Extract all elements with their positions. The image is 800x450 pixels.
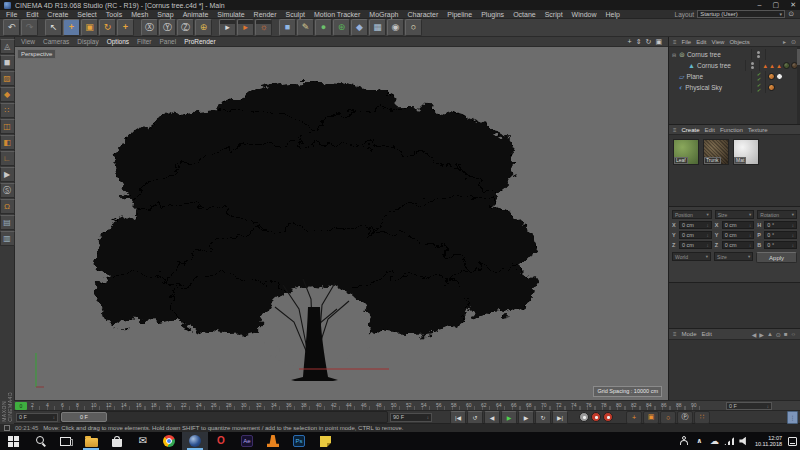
cycle-backward-button[interactable]: ↺ [467, 411, 483, 424]
gear-icon[interactable]: ☼ [791, 331, 797, 338]
render-settings-button[interactable]: ☼ [255, 19, 272, 36]
add-mograph-effector-button[interactable]: ⊛ [333, 19, 350, 36]
undo-button[interactable]: ↶ [3, 19, 20, 36]
stepper-icon[interactable]: ↕ [792, 233, 794, 238]
workplane-lock-button[interactable]: ▤ [0, 215, 15, 230]
om-arrow-icon[interactable]: ▸ [783, 38, 786, 45]
mat-menu-edit[interactable]: Edit [705, 127, 715, 133]
zoom-view-icon[interactable]: ⇕ [636, 37, 642, 47]
viewport-menu-prorender[interactable]: ProRender [184, 38, 215, 45]
redo-button[interactable]: ↷ [21, 19, 38, 36]
taskbar-after-effects[interactable]: Ae [234, 432, 260, 450]
material-leaf[interactable]: Leaf [673, 139, 699, 165]
coordinate-value-field[interactable]: 0 °↕ [764, 231, 797, 239]
stepper-icon[interactable]: ↕ [792, 223, 794, 228]
viewport-menu-panel[interactable]: Panel [160, 38, 177, 45]
coordinate-space-dropdown[interactable]: World ▾ [672, 252, 711, 261]
am-menu-mode[interactable]: Mode [682, 331, 697, 337]
network-button[interactable] [722, 432, 737, 450]
workplane-mode-button[interactable]: ◆ [0, 87, 15, 102]
close-button[interactable]: ✕ [790, 0, 796, 10]
points-mode-button[interactable]: ∷ [0, 103, 15, 118]
viewport-canvas[interactable]: Perspective Grid Spacing : 10000 cm [15, 47, 668, 400]
cycle-forward-button[interactable]: ↻ [535, 411, 551, 424]
make-editable-button[interactable]: ◬ [0, 39, 15, 54]
next-frame-button[interactable]: ▶ [518, 411, 534, 424]
taskbar-search[interactable] [26, 432, 52, 450]
visibility-dot-icon[interactable] [757, 55, 760, 58]
lock-x-axis-button[interactable]: Ⓧ [141, 19, 158, 36]
stepper-icon[interactable]: ↕ [749, 223, 751, 228]
visibility-toggles[interactable]: ✓✓ [751, 82, 766, 93]
menu-tools[interactable]: Tools [106, 11, 122, 18]
goto-end-button[interactable]: ▶| [552, 411, 568, 424]
visibility-dot-icon[interactable] [757, 51, 760, 54]
texture-tag-icon[interactable] [783, 62, 790, 69]
menu-animate[interactable]: Animate [183, 11, 209, 18]
menu-character[interactable]: Character [408, 11, 439, 18]
taskbar-cinema4d[interactable] [182, 432, 208, 450]
coordinate-value-field[interactable]: 0 cm↕ [722, 241, 755, 249]
lock-icon[interactable]: ■ [784, 331, 788, 338]
size-dropdown[interactable]: Size▾ [715, 210, 755, 219]
taskbar-sticky-notes[interactable] [312, 432, 338, 450]
menu-octane[interactable]: Octane [513, 11, 536, 18]
current-frame-field[interactable]: 0 F ↕ [16, 413, 58, 422]
visibility-toggles[interactable] [745, 60, 760, 71]
object-row-physical-sky[interactable]: ◐Physical Sky✓✓ [669, 82, 800, 93]
coordinate-value-field[interactable]: 0 cm↕ [679, 231, 712, 239]
add-camera-button[interactable]: ◉ [387, 19, 404, 36]
taskbar-mail[interactable]: ✉ [130, 432, 156, 450]
taskbar-opera[interactable]: O [208, 432, 234, 450]
back-icon[interactable]: ◀ [752, 331, 757, 338]
action-center-button[interactable] [785, 432, 800, 450]
mat-menu-texture[interactable]: Texture [748, 127, 768, 133]
record-rotation-toggle[interactable]: ○ [660, 411, 676, 424]
coordinate-value-field[interactable]: 0 cm↕ [679, 241, 712, 249]
menu-file[interactable]: File [6, 11, 17, 18]
record-position-toggle[interactable]: + [626, 411, 642, 424]
om-menu-objects[interactable]: Objects [729, 39, 749, 45]
menu-window[interactable]: Window [572, 11, 597, 18]
add-spline-pen-button[interactable]: ✎ [297, 19, 314, 36]
record-active-objects-button[interactable] [591, 412, 601, 422]
keyframe-selection-button[interactable] [579, 412, 589, 422]
play-button[interactable]: ▶ [501, 411, 517, 424]
object-row-cornus-tree[interactable]: ▲Cornus tree▲▲▲ [669, 60, 800, 71]
rotation-dropdown[interactable]: Rotation▾ [757, 210, 797, 219]
last-used-tool-button[interactable]: + [117, 19, 134, 36]
viewport-menu-display[interactable]: Display [77, 38, 98, 45]
magnet-tool-button[interactable]: Ω [0, 199, 15, 214]
search-icon[interactable]: ⊙ [776, 331, 781, 338]
coordinate-value-field[interactable]: 0 °↕ [764, 221, 797, 229]
visibility-check-icon[interactable]: ✓ [756, 88, 760, 92]
add-mograph-cloner-button[interactable]: ● [315, 19, 332, 36]
stepper-icon[interactable]: ↕ [749, 243, 751, 248]
add-cube-button[interactable]: ■ [279, 19, 296, 36]
onedrive-button[interactable]: ☁ [707, 432, 722, 450]
stepper-icon[interactable]: ↕ [427, 415, 429, 420]
pin-icon[interactable]: ▲ [767, 331, 773, 338]
taskbar-task-view[interactable] [52, 432, 78, 450]
coordinate-value-field[interactable]: 0 °↕ [764, 241, 797, 249]
viewport[interactable]: ViewCamerasDisplayOptionsFilterPanelProR… [15, 37, 668, 400]
viewport-menu-cameras[interactable]: Cameras [43, 38, 69, 45]
stepper-icon[interactable]: ↕ [792, 243, 794, 248]
visibility-dot-icon[interactable] [751, 66, 754, 69]
menu-snap[interactable]: Snap [157, 11, 173, 18]
render-picture-viewer-button[interactable]: ▸ [237, 19, 254, 36]
am-menu-edit[interactable]: Edit [702, 331, 712, 337]
model-mode-button[interactable]: ◼ [0, 55, 15, 70]
tweak-mode-button[interactable]: ▶ [0, 167, 15, 182]
coordinate-value-field[interactable]: 0 cm↕ [722, 231, 755, 239]
om-menu-view[interactable]: View [712, 39, 725, 45]
viewport-menu-options[interactable]: Options [107, 38, 129, 45]
menu-help[interactable]: Help [606, 11, 620, 18]
visibility-check-icon[interactable]: ✓ [756, 77, 760, 81]
object-row-plane[interactable]: ▱Plane✓✓ [669, 71, 800, 82]
locked-workplane-button[interactable]: ▥ [0, 231, 15, 246]
lock-z-axis-button[interactable]: Ⓩ [177, 19, 194, 36]
apply-button[interactable]: Apply [756, 252, 797, 263]
menu-pipeline[interactable]: Pipeline [447, 11, 472, 18]
layout-search-icon[interactable]: ⊙ [788, 10, 794, 18]
